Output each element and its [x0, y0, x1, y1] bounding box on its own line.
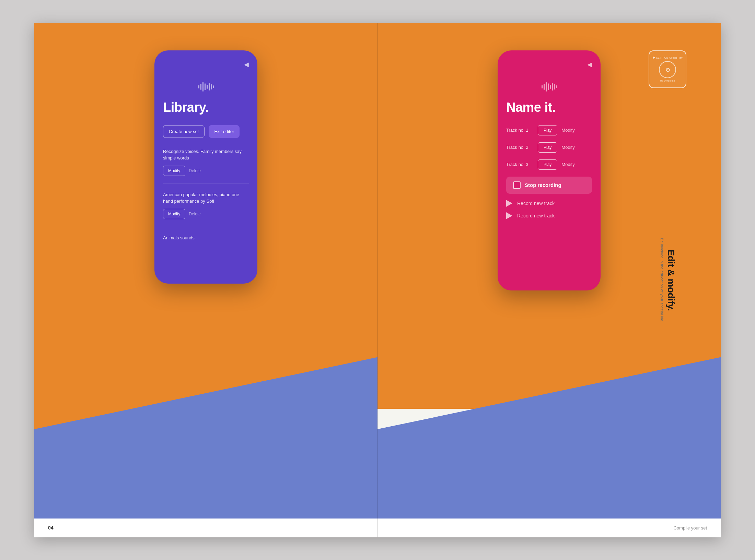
sidebar-title: Edit & modify.	[665, 249, 676, 311]
track-1-modify[interactable]: Modify	[561, 128, 574, 133]
exit-editor-button[interactable]: Exit editor	[209, 125, 240, 138]
nw-bar-7	[554, 84, 555, 90]
wave-bar-7	[211, 84, 212, 90]
track-3-play-button[interactable]: Play	[538, 159, 557, 170]
track-3-label: Track no. 3	[506, 162, 534, 167]
wave-bar-3	[202, 82, 204, 92]
gp-get-it-on: GET IT ON Google Play	[653, 56, 683, 59]
library-item-2-text: American popular melodies, piano one han…	[163, 191, 249, 205]
nameit-waveform-icon	[506, 82, 592, 92]
left-bottom-bar: 04	[34, 519, 378, 537]
waveform-icon	[163, 82, 249, 92]
library-item-2-modify-button[interactable]: Modify	[163, 209, 185, 219]
library-action-buttons: Create new set Exit editor	[163, 125, 249, 138]
track-row-3: Track no. 3 Play Modify	[506, 159, 592, 170]
track-2-label: Track no. 2	[506, 145, 534, 150]
track-1-play-button[interactable]: Play	[538, 125, 557, 135]
left-page: ◀ Library. Create new set Exit edito	[34, 23, 378, 537]
page-number: 04	[48, 525, 54, 531]
track-2-play-button[interactable]: Play	[538, 142, 557, 153]
track-2-modify[interactable]: Modify	[561, 145, 574, 150]
gp-logo-symbol: ⊙	[665, 67, 670, 73]
nameit-back-area: ◀	[506, 61, 592, 68]
phone-back-area: ◀	[163, 61, 249, 68]
sidebar-text-area: Edit & modify. Be involved in the educat…	[660, 238, 676, 322]
nw-bar-1	[542, 85, 543, 88]
nw-bar-2	[544, 84, 545, 90]
record-play-icon-1	[506, 200, 512, 207]
library-item-1-modify-button[interactable]: Modify	[163, 166, 185, 176]
nw-bar-5	[550, 85, 551, 89]
wave-bar-8	[213, 85, 214, 88]
page-spine	[377, 23, 378, 537]
library-title: Library.	[163, 100, 249, 115]
library-item-2-delete-button[interactable]: Delete	[189, 209, 201, 219]
right-page: GET IT ON Google Play ⊙ Up Syndrome ◀	[378, 23, 721, 537]
left-page-content: ◀ Library. Create new set Exit edito	[34, 23, 378, 537]
stop-icon	[513, 181, 521, 189]
wave-bar-2	[200, 84, 201, 90]
nw-bar-4	[548, 83, 549, 90]
sidebar-subtitle: Be involved in the education of your spe…	[660, 238, 664, 322]
nw-bar-8	[556, 85, 557, 88]
track-1-label: Track no. 1	[506, 128, 534, 133]
nameit-title: Name it.	[506, 100, 592, 115]
library-item-1: Recognize voices. Family members say sim…	[163, 148, 249, 184]
wave-bar-5	[207, 85, 208, 89]
library-item-3: Animals sounds	[163, 235, 249, 253]
record-label-2: Record new track	[517, 213, 555, 218]
nameit-back-arrow-icon[interactable]: ◀	[587, 61, 592, 68]
stop-recording-label: Stop recording	[525, 182, 561, 188]
record-play-icon-2	[506, 212, 512, 219]
library-item-1-buttons: Modify Delete	[163, 166, 249, 176]
library-phone: ◀ Library. Create new set Exit edito	[154, 50, 257, 284]
wave-bar-1	[198, 85, 199, 88]
create-new-set-button[interactable]: Create new set	[163, 125, 205, 138]
gp-app-name: Up Syndrome	[660, 80, 675, 82]
track-3-modify[interactable]: Modify	[561, 162, 574, 167]
nw-bar-3	[546, 82, 547, 92]
track-row-2: Track no. 2 Play Modify	[506, 142, 592, 153]
right-page-label: Compile your set	[673, 525, 707, 531]
library-item-3-text: Animals sounds	[163, 235, 249, 241]
library-item-1-delete-button[interactable]: Delete	[189, 166, 201, 176]
library-item-1-text: Recognize voices. Family members say sim…	[163, 148, 249, 162]
stop-recording-button[interactable]: Stop recording	[506, 177, 592, 194]
nw-bar-6	[552, 83, 553, 91]
record-new-track-row-1[interactable]: Record new track	[506, 200, 592, 207]
track-row-1: Track no. 1 Play Modify	[506, 125, 592, 135]
right-bottom-bar: Compile your set	[378, 519, 721, 537]
back-arrow-icon[interactable]: ◀	[244, 61, 249, 68]
gp-logo: ⊙	[659, 61, 676, 78]
library-item-2-buttons: Modify Delete	[163, 209, 249, 219]
google-play-badge[interactable]: GET IT ON Google Play ⊙ Up Syndrome	[649, 50, 686, 88]
library-item-2: American popular melodies, piano one han…	[163, 191, 249, 227]
wave-bar-4	[205, 83, 206, 90]
record-label-1: Record new track	[517, 201, 555, 206]
record-new-track-row-2[interactable]: Record new track	[506, 212, 592, 219]
nameit-phone: ◀ Name it. Track no. 1 Play	[498, 50, 601, 290]
page-spread: ◀ Library. Create new set Exit edito	[34, 23, 721, 537]
wave-bar-6	[209, 83, 210, 91]
gp-play-icon	[653, 56, 655, 59]
